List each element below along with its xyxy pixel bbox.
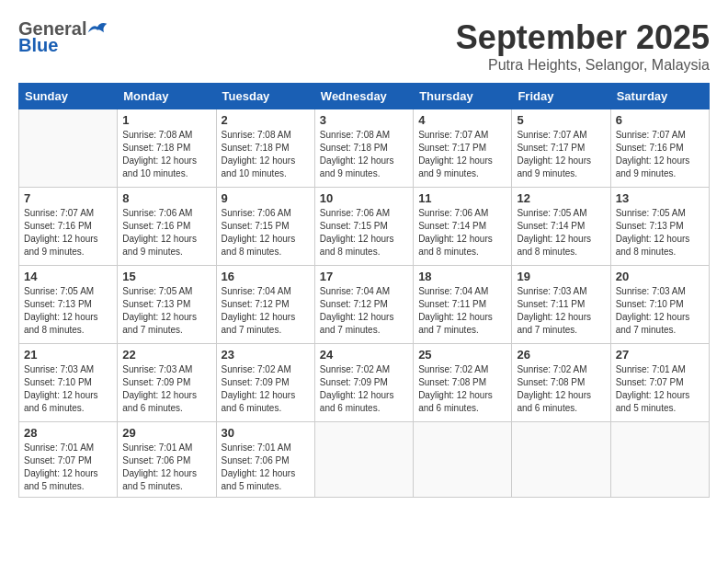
table-row: 22Sunrise: 7:03 AM Sunset: 7:09 PM Dayli… <box>118 344 216 422</box>
day-info: Sunrise: 7:06 AM Sunset: 7:15 PM Dayligh… <box>320 207 408 259</box>
table-row <box>610 422 709 498</box>
day-info: Sunrise: 7:01 AM Sunset: 7:07 PM Dayligh… <box>24 442 112 493</box>
day-number: 22 <box>122 348 210 362</box>
day-info: Sunrise: 7:03 AM Sunset: 7:09 PM Dayligh… <box>122 363 210 415</box>
day-info: Sunrise: 7:03 AM Sunset: 7:10 PM Dayligh… <box>24 363 112 415</box>
day-info: Sunrise: 7:02 AM Sunset: 7:09 PM Dayligh… <box>222 363 310 415</box>
day-info: Sunrise: 7:05 AM Sunset: 7:14 PM Dayligh… <box>517 207 605 259</box>
table-row: 9Sunrise: 7:06 AM Sunset: 7:15 PM Daylig… <box>216 188 314 266</box>
table-row: 15Sunrise: 7:05 AM Sunset: 7:13 PM Dayli… <box>118 266 216 344</box>
day-info: Sunrise: 7:06 AM Sunset: 7:15 PM Dayligh… <box>222 207 310 259</box>
table-row: 2Sunrise: 7:08 AM Sunset: 7:18 PM Daylig… <box>216 109 314 188</box>
day-number: 19 <box>517 270 605 283</box>
day-info: Sunrise: 7:01 AM Sunset: 7:06 PM Dayligh… <box>222 442 310 493</box>
day-info: Sunrise: 7:05 AM Sunset: 7:13 PM Dayligh… <box>122 285 210 337</box>
header-wednesday: Wednesday <box>314 84 413 109</box>
header-tuesday: Tuesday <box>216 84 314 109</box>
table-row: 10Sunrise: 7:06 AM Sunset: 7:15 PM Dayli… <box>314 188 413 266</box>
day-number: 25 <box>418 348 506 362</box>
table-row: 17Sunrise: 7:04 AM Sunset: 7:12 PM Dayli… <box>314 266 413 344</box>
day-info: Sunrise: 7:02 AM Sunset: 7:08 PM Dayligh… <box>418 363 506 415</box>
day-number: 20 <box>616 270 704 283</box>
header-friday: Friday <box>512 84 610 109</box>
day-info: Sunrise: 7:08 AM Sunset: 7:18 PM Dayligh… <box>222 129 310 180</box>
header-monday: Monday <box>118 84 216 109</box>
calendar-week-row: 28Sunrise: 7:01 AM Sunset: 7:07 PM Dayli… <box>19 422 710 498</box>
day-info: Sunrise: 7:06 AM Sunset: 7:14 PM Dayligh… <box>418 207 506 259</box>
day-number: 24 <box>320 348 408 362</box>
header-saturday: Saturday <box>610 84 709 109</box>
day-info: Sunrise: 7:02 AM Sunset: 7:09 PM Dayligh… <box>320 363 408 415</box>
day-number: 4 <box>418 113 506 127</box>
day-number: 5 <box>517 113 605 127</box>
calendar-table: Sunday Monday Tuesday Wednesday Thursday… <box>18 83 710 498</box>
table-row: 19Sunrise: 7:03 AM Sunset: 7:11 PM Dayli… <box>512 266 610 344</box>
table-row: 7Sunrise: 7:07 AM Sunset: 7:16 PM Daylig… <box>19 188 118 266</box>
day-info: Sunrise: 7:08 AM Sunset: 7:18 PM Dayligh… <box>122 129 210 180</box>
calendar-week-row: 1Sunrise: 7:08 AM Sunset: 7:18 PM Daylig… <box>19 109 710 188</box>
table-row: 23Sunrise: 7:02 AM Sunset: 7:09 PM Dayli… <box>216 344 314 422</box>
location-title: Putra Heights, Selangor, Malaysia <box>456 57 710 74</box>
day-number: 9 <box>222 191 310 205</box>
day-number: 8 <box>122 191 210 205</box>
day-info: Sunrise: 7:05 AM Sunset: 7:13 PM Dayligh… <box>24 285 112 337</box>
table-row <box>512 422 610 498</box>
header-sunday: Sunday <box>19 84 118 109</box>
day-number: 12 <box>517 191 605 205</box>
day-number: 23 <box>222 348 310 362</box>
table-row: 26Sunrise: 7:02 AM Sunset: 7:08 PM Dayli… <box>512 344 610 422</box>
header-thursday: Thursday <box>414 84 512 109</box>
day-number: 14 <box>24 270 112 283</box>
day-info: Sunrise: 7:03 AM Sunset: 7:11 PM Dayligh… <box>517 285 605 337</box>
day-number: 15 <box>122 270 210 283</box>
day-number: 18 <box>418 270 506 283</box>
table-row: 20Sunrise: 7:03 AM Sunset: 7:10 PM Dayli… <box>610 266 709 344</box>
day-info: Sunrise: 7:07 AM Sunset: 7:16 PM Dayligh… <box>616 129 704 180</box>
title-area: September 2025 Putra Heights, Selangor, … <box>456 18 710 74</box>
calendar-week-row: 21Sunrise: 7:03 AM Sunset: 7:10 PM Dayli… <box>19 344 710 422</box>
table-row: 13Sunrise: 7:05 AM Sunset: 7:13 PM Dayli… <box>610 188 709 266</box>
table-row: 18Sunrise: 7:04 AM Sunset: 7:11 PM Dayli… <box>414 266 512 344</box>
header: General Blue September 2025 Putra Height… <box>18 18 710 74</box>
day-info: Sunrise: 7:04 AM Sunset: 7:12 PM Dayligh… <box>222 285 310 337</box>
day-info: Sunrise: 7:01 AM Sunset: 7:07 PM Dayligh… <box>616 363 704 415</box>
day-info: Sunrise: 7:08 AM Sunset: 7:18 PM Dayligh… <box>320 129 408 180</box>
day-info: Sunrise: 7:01 AM Sunset: 7:06 PM Dayligh… <box>122 442 210 493</box>
table-row: 27Sunrise: 7:01 AM Sunset: 7:07 PM Dayli… <box>610 344 709 422</box>
day-info: Sunrise: 7:07 AM Sunset: 7:16 PM Dayligh… <box>24 207 112 259</box>
table-row: 29Sunrise: 7:01 AM Sunset: 7:06 PM Dayli… <box>118 422 216 498</box>
calendar-week-row: 7Sunrise: 7:07 AM Sunset: 7:16 PM Daylig… <box>19 188 710 266</box>
logo: General Blue <box>18 18 108 55</box>
day-number: 29 <box>122 426 210 440</box>
table-row: 28Sunrise: 7:01 AM Sunset: 7:07 PM Dayli… <box>19 422 118 498</box>
day-number: 1 <box>122 113 210 127</box>
day-info: Sunrise: 7:02 AM Sunset: 7:08 PM Dayligh… <box>517 363 605 415</box>
day-number: 27 <box>616 348 704 362</box>
table-row: 8Sunrise: 7:06 AM Sunset: 7:16 PM Daylig… <box>118 188 216 266</box>
day-info: Sunrise: 7:06 AM Sunset: 7:16 PM Dayligh… <box>122 207 210 259</box>
table-row <box>414 422 512 498</box>
logo-text: General Blue <box>18 18 108 55</box>
table-row: 12Sunrise: 7:05 AM Sunset: 7:14 PM Dayli… <box>512 188 610 266</box>
day-number: 26 <box>517 348 605 362</box>
table-row: 25Sunrise: 7:02 AM Sunset: 7:08 PM Dayli… <box>414 344 512 422</box>
day-info: Sunrise: 7:07 AM Sunset: 7:17 PM Dayligh… <box>418 129 506 180</box>
day-number: 2 <box>222 113 310 127</box>
day-number: 11 <box>418 191 506 205</box>
calendar-week-row: 14Sunrise: 7:05 AM Sunset: 7:13 PM Dayli… <box>19 266 710 344</box>
day-info: Sunrise: 7:04 AM Sunset: 7:11 PM Dayligh… <box>418 285 506 337</box>
table-row: 21Sunrise: 7:03 AM Sunset: 7:10 PM Dayli… <box>19 344 118 422</box>
table-row: 6Sunrise: 7:07 AM Sunset: 7:16 PM Daylig… <box>610 109 709 188</box>
day-number: 3 <box>320 113 408 127</box>
day-number: 7 <box>24 191 112 205</box>
day-number: 13 <box>616 191 704 205</box>
day-number: 28 <box>24 426 112 440</box>
day-number: 6 <box>616 113 704 127</box>
day-info: Sunrise: 7:03 AM Sunset: 7:10 PM Dayligh… <box>616 285 704 337</box>
table-row: 11Sunrise: 7:06 AM Sunset: 7:14 PM Dayli… <box>414 188 512 266</box>
logo-bird-icon <box>86 18 108 39</box>
day-number: 30 <box>222 426 310 440</box>
calendar-header-row: Sunday Monday Tuesday Wednesday Thursday… <box>19 84 710 109</box>
day-number: 16 <box>222 270 310 283</box>
table-row: 16Sunrise: 7:04 AM Sunset: 7:12 PM Dayli… <box>216 266 314 344</box>
